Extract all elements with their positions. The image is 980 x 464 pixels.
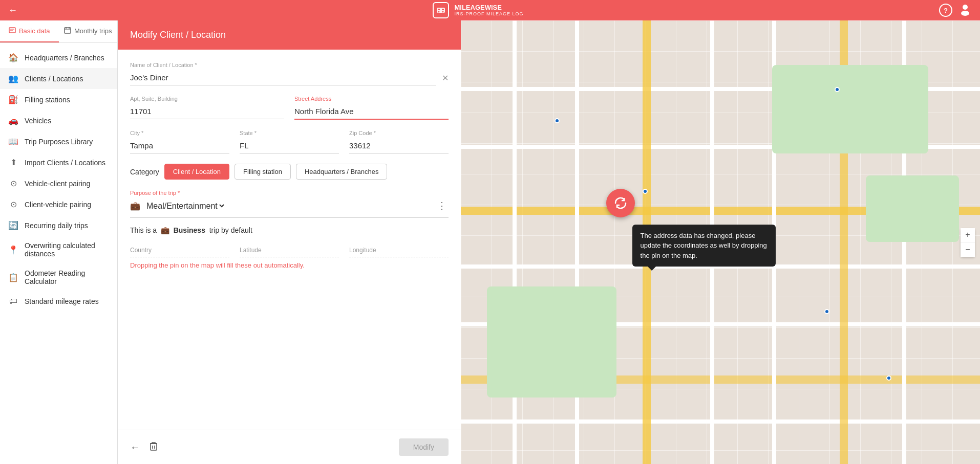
user-icon[interactable] bbox=[958, 3, 972, 18]
zip-field-group: Zip Code * bbox=[349, 130, 449, 153]
street-field-group: Street Address bbox=[294, 96, 449, 120]
road-v2 bbox=[575, 20, 579, 464]
svg-rect-10 bbox=[65, 28, 71, 33]
coordinates-section: Country Latitude Longitude Dropping the … bbox=[130, 247, 449, 269]
zip-label: Zip Code * bbox=[349, 130, 449, 136]
purpose-select-wrap: Meal/Entertainment Business Medical Char… bbox=[144, 201, 431, 211]
monthly-trips-icon bbox=[64, 27, 71, 35]
coords-row: Country Latitude Longitude bbox=[130, 247, 449, 257]
svg-point-4 bbox=[442, 11, 444, 13]
sidebar-nav: 🏠 Headquarters / Branches 👥 Clients / Lo… bbox=[0, 43, 117, 316]
purpose-label: Purpose of the trip * bbox=[130, 190, 449, 196]
state-label: State * bbox=[240, 130, 339, 136]
sidebar-item-recurring[interactable]: 🔄 Recurring daily trips bbox=[0, 215, 117, 236]
purpose-row: 💼 Meal/Entertainment Business Medical Ch… bbox=[130, 198, 449, 218]
country-field: Country bbox=[130, 247, 229, 257]
help-icon[interactable]: ? bbox=[939, 4, 952, 17]
briefcase-icon: 💼 bbox=[130, 201, 140, 211]
svg-point-3 bbox=[438, 11, 440, 13]
back-nav-icon[interactable]: ← bbox=[8, 5, 17, 16]
modify-button[interactable]: Modify bbox=[399, 438, 449, 456]
delete-button[interactable] bbox=[148, 441, 159, 454]
briefcase-icon-2: 💼 bbox=[161, 226, 169, 234]
business-trip-row: This is a 💼 Business trip by default bbox=[130, 226, 449, 234]
sidebar-tabs: Basic data Monthly trips bbox=[0, 20, 117, 43]
sidebar-item-filling[interactable]: ⛽ Filling stations bbox=[0, 89, 117, 110]
address-row: Apt, Suite, Building Street Address bbox=[130, 96, 449, 130]
form-title: Modify Client / Location bbox=[130, 30, 226, 40]
city-input[interactable] bbox=[130, 138, 229, 153]
category-label: Category bbox=[130, 168, 159, 176]
sidebar-item-vehicles[interactable]: 🚗 Vehicles bbox=[0, 110, 117, 131]
sidebar: Basic data Monthly trips 🏠 Headquarters … bbox=[0, 20, 118, 464]
map-dot-4 bbox=[824, 309, 829, 314]
map-green-3 bbox=[866, 175, 960, 242]
city-label: City * bbox=[130, 130, 229, 136]
svg-point-5 bbox=[963, 5, 968, 10]
sidebar-item-vehicle-client[interactable]: ⊙ Vehicle-client pairing bbox=[0, 173, 117, 194]
recurring-icon: 🔄 bbox=[8, 220, 18, 230]
back-button[interactable]: ← bbox=[130, 441, 140, 453]
latitude-label: Latitude bbox=[240, 247, 339, 257]
purpose-field-group: Purpose of the trip * 💼 Meal/Entertainme… bbox=[130, 190, 449, 218]
apt-input[interactable] bbox=[130, 104, 284, 119]
business-type-label: Business bbox=[174, 226, 205, 234]
top-navigation: ← MILEAGEWISE IRS-PROOF MILEAGE LOG ? bbox=[0, 0, 980, 20]
state-input[interactable] bbox=[240, 138, 339, 153]
brand-name: MILEAGEWISE IRS-PROOF MILEAGE LOG bbox=[454, 4, 523, 17]
road-v1 bbox=[513, 20, 517, 464]
sidebar-item-overwriting[interactable]: 📍 Overwriting calculated distances bbox=[0, 236, 117, 263]
latitude-field: Latitude bbox=[240, 247, 339, 257]
tab-basic-data[interactable]: Basic data bbox=[0, 20, 59, 42]
sidebar-item-import[interactable]: ⬆ Import Clients / Locations bbox=[0, 152, 117, 173]
svg-point-6 bbox=[961, 11, 969, 16]
sidebar-item-trip-purposes[interactable]: 📖 Trip Purposes Library bbox=[0, 131, 117, 152]
form-panel: Modify Client / Location Name of Client … bbox=[118, 20, 461, 464]
sidebar-item-headquarters[interactable]: 🏠 Headquarters / Branches bbox=[0, 47, 117, 68]
standard-icon: 🏷 bbox=[8, 297, 18, 306]
map-panel[interactable]: The address data has changed, please upd… bbox=[461, 20, 980, 464]
vehicles-icon: 🚗 bbox=[8, 116, 18, 125]
street-label: Street Address bbox=[294, 96, 449, 102]
category-filling-button[interactable]: Filling station bbox=[235, 164, 291, 180]
clients-icon: 👥 bbox=[8, 74, 18, 83]
sidebar-item-clients[interactable]: 👥 Clients / Locations bbox=[0, 68, 117, 89]
zip-input[interactable] bbox=[349, 138, 449, 153]
main-content: Modify Client / Location Name of Client … bbox=[118, 20, 980, 464]
sidebar-item-standard[interactable]: 🏷 Standard mileage rates bbox=[0, 291, 117, 312]
form-body: Name of Client / Location * ✕ Apt, Suite… bbox=[118, 50, 461, 430]
tab-monthly-trips[interactable]: Monthly trips bbox=[59, 20, 118, 42]
svg-rect-0 bbox=[437, 8, 445, 13]
zoom-in-button[interactable]: + bbox=[961, 228, 975, 242]
brand-area: MILEAGEWISE IRS-PROOF MILEAGE LOG bbox=[433, 2, 523, 18]
footer-right: Modify bbox=[399, 438, 449, 456]
footer-left: ← bbox=[130, 441, 159, 454]
purpose-more-options[interactable]: ⋮ bbox=[435, 198, 449, 213]
coords-hint: Dropping the pin on the map will fill th… bbox=[130, 261, 449, 269]
headquarters-icon: 🏠 bbox=[8, 53, 18, 62]
purpose-select[interactable]: Meal/Entertainment Business Medical Char… bbox=[144, 201, 226, 211]
city-field-group: City * bbox=[130, 130, 229, 153]
map-zoom-controls: + − bbox=[961, 228, 975, 257]
svg-rect-1 bbox=[438, 9, 440, 10]
longitude-label: Longitude bbox=[349, 247, 449, 257]
name-input[interactable] bbox=[130, 70, 436, 85]
zoom-out-button[interactable]: − bbox=[961, 242, 975, 257]
country-label: Country bbox=[130, 247, 229, 257]
category-hq-button[interactable]: Headquarters / Branches bbox=[296, 164, 388, 180]
sidebar-item-odometer[interactable]: 📋 Odometer Reading Calculator bbox=[0, 263, 117, 291]
map-refresh-button[interactable] bbox=[606, 189, 635, 217]
category-client-button[interactable]: Client / Location bbox=[164, 164, 229, 180]
sidebar-item-client-vehicle[interactable]: ⊙ Client-vehicle pairing bbox=[0, 194, 117, 215]
map-background: The address data has changed, please upd… bbox=[461, 20, 980, 464]
trip-purposes-icon: 📖 bbox=[8, 137, 18, 146]
basic-data-icon bbox=[9, 27, 16, 35]
map-tooltip: The address data has changed, please upd… bbox=[632, 225, 776, 267]
street-input[interactable] bbox=[294, 104, 449, 120]
overwriting-icon: 📍 bbox=[8, 245, 18, 255]
svg-rect-2 bbox=[442, 9, 444, 10]
name-clear-button[interactable]: ✕ bbox=[442, 73, 449, 83]
odometer-icon: 📋 bbox=[8, 273, 18, 282]
longitude-field: Longitude bbox=[349, 247, 449, 257]
apt-label: Apt, Suite, Building bbox=[130, 96, 284, 102]
